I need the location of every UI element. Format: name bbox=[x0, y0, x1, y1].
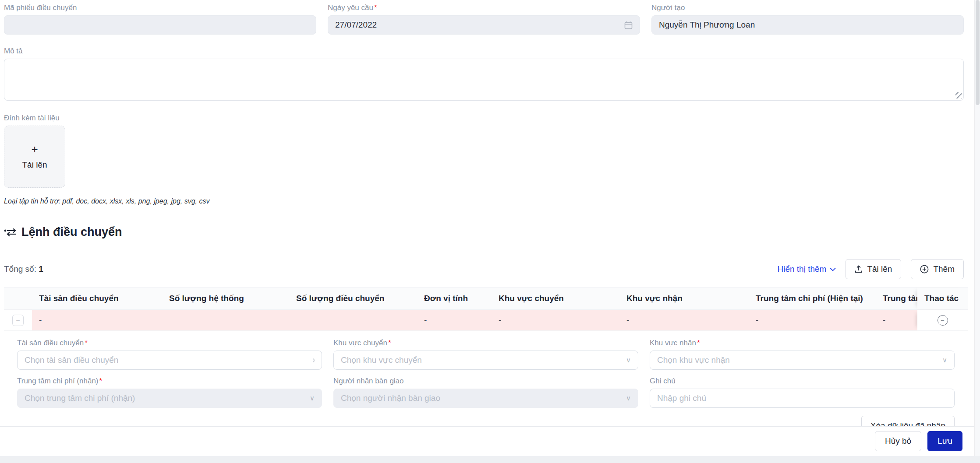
cell-system-qty bbox=[162, 310, 289, 330]
chevron-down-icon bbox=[830, 267, 836, 271]
asset-select[interactable]: Chọn tài sản điều chuyển bbox=[17, 351, 322, 370]
transfer-code-label: Mã phiếu điều chuyển bbox=[4, 4, 316, 12]
receiver-label: Người nhận bàn giao bbox=[333, 377, 638, 386]
transfer-order-form-page: Mã phiếu điều chuyển Ngày yêu cầu* 27/07… bbox=[0, 0, 980, 463]
upload-icon bbox=[855, 265, 863, 273]
creator-value: Nguyễn Thị Phương Loan bbox=[659, 20, 755, 30]
request-date-input[interactable]: 27/07/2022 bbox=[328, 15, 640, 35]
col-header-actions: Thao tác bbox=[917, 288, 968, 309]
top-field-row: Mã phiếu điều chuyển Ngày yêu cầu* 27/07… bbox=[4, 4, 964, 35]
total-label: Tổng số: bbox=[4, 264, 36, 274]
detail-field-note: Ghi chú bbox=[650, 377, 955, 408]
to-area-select[interactable]: Chọn khu vực nhận ∨ bbox=[650, 351, 955, 370]
request-date-label: Ngày yêu cầu bbox=[328, 4, 373, 12]
upload-button-label: Tải lên bbox=[867, 264, 892, 274]
cell-transfer-qty bbox=[289, 310, 417, 330]
to-area-label: Khu vực nhận bbox=[650, 339, 696, 347]
col-header-transfer-qty: Số lượng điều chuyển bbox=[289, 288, 417, 309]
page-bottom-strip bbox=[0, 456, 980, 463]
expand-cell: − bbox=[4, 310, 32, 330]
cell-current-cost-center: - bbox=[749, 310, 876, 330]
loading-icon bbox=[309, 358, 315, 363]
asset-label: Tài sản điều chuyển bbox=[17, 339, 84, 347]
receiver-select-placeholder: Chọn người nhận bàn giao bbox=[341, 393, 440, 403]
cell-actions: − bbox=[917, 310, 968, 330]
calendar-icon bbox=[624, 21, 633, 29]
receiving-cost-center-select: Chọn trung tâm chi phí (nhận) ∨ bbox=[17, 389, 322, 408]
detail-field-receiving-cost-center: Trung tâm chi phí (nhận)* Chọn trung tâm… bbox=[17, 377, 322, 408]
section-header: Lệnh điều chuyển bbox=[4, 225, 964, 239]
field-creator: Người tạo Nguyễn Thị Phương Loan bbox=[651, 4, 964, 35]
description-label: Mô tả bbox=[4, 47, 964, 56]
upload-button[interactable]: Tải lên bbox=[846, 259, 901, 279]
from-area-select-placeholder: Chọn khu vực chuyển bbox=[341, 355, 422, 365]
receiving-cost-center-placeholder: Chọn trung tâm chi phí (nhận) bbox=[25, 393, 135, 403]
field-attachments: Đính kèm tài liệu + Tải lên Loại tập tin… bbox=[4, 114, 964, 205]
transfer-code-input[interactable] bbox=[4, 15, 316, 35]
col-header-asset: Tài sản điều chuyển bbox=[32, 288, 162, 309]
show-more-label: Hiển thị thêm bbox=[777, 264, 826, 274]
detail-field-asset: Tài sản điều chuyển* Chọn tài sản điều c… bbox=[17, 339, 322, 370]
vertical-scrollbar-thumb[interactable] bbox=[976, 0, 980, 105]
to-area-select-placeholder: Chọn khu vực nhận bbox=[657, 355, 730, 365]
attachments-label: Đính kèm tài liệu bbox=[4, 114, 964, 123]
col-header-from-area: Khu vực chuyển bbox=[492, 288, 619, 309]
table-toolbar: Tổng số: 1 Hiển thị thêm Tải lên bbox=[4, 259, 964, 279]
cell-to-area: - bbox=[619, 310, 749, 330]
show-more-link[interactable]: Hiển thị thêm bbox=[777, 264, 836, 274]
chevron-down-icon: ∨ bbox=[626, 356, 631, 364]
plus-icon: + bbox=[31, 144, 38, 155]
creator-input: Nguyễn Thị Phương Loan bbox=[651, 15, 964, 35]
asset-select-placeholder: Chọn tài sản điều chuyển bbox=[25, 355, 118, 365]
detail-field-to-area: Khu vực nhận* Chọn khu vực nhận ∨ bbox=[650, 339, 955, 370]
collapse-row-button[interactable]: − bbox=[12, 315, 24, 326]
cell-unit: - bbox=[417, 310, 492, 330]
field-description: Mô tả bbox=[4, 47, 964, 101]
note-input[interactable] bbox=[650, 389, 955, 408]
col-header-to-area: Khu vực nhận bbox=[619, 288, 749, 309]
note-label: Ghi chú bbox=[650, 377, 955, 386]
receiving-cost-center-label: Trung tâm chi phí (nhận) bbox=[17, 377, 99, 385]
detail-field-from-area: Khu vực chuyển* Chọn khu vực chuyển ∨ bbox=[333, 339, 638, 370]
required-asterisk: * bbox=[697, 339, 700, 347]
col-header-current-cost-center: Trung tâm chi phí (Hiện tại) bbox=[749, 288, 876, 309]
required-asterisk: * bbox=[99, 377, 103, 385]
transfer-icon bbox=[4, 227, 17, 238]
upload-dropzone-label: Tải lên bbox=[22, 160, 47, 170]
required-asterisk: * bbox=[85, 339, 88, 347]
cancel-button[interactable]: Hủy bỏ bbox=[875, 431, 921, 451]
from-area-select[interactable]: Chọn khu vực chuyển ∨ bbox=[333, 351, 638, 370]
section-title: Lệnh điều chuyển bbox=[21, 225, 122, 239]
creator-label: Người tạo bbox=[651, 4, 964, 12]
detail-field-receiver: Người nhận bàn giao Chọn người nhận bàn … bbox=[333, 377, 638, 408]
cancel-button-label: Hủy bỏ bbox=[885, 436, 911, 446]
col-header-receiving-cost-center: Trung tâm chi phí (nhận) bbox=[876, 288, 917, 309]
description-textarea[interactable] bbox=[4, 59, 964, 101]
table-header-row: Tài sản điều chuyển Số lượng hệ thống Số… bbox=[4, 287, 968, 310]
cell-receiving-cost-center: - bbox=[876, 310, 917, 330]
form-footer: Hủy bỏ Lưu bbox=[0, 426, 974, 455]
col-header-system-qty: Số lượng hệ thống bbox=[162, 288, 289, 309]
table-row: − - - - - - - − bbox=[4, 310, 968, 331]
from-area-label: Khu vực chuyển bbox=[333, 339, 387, 347]
save-button[interactable]: Lưu bbox=[927, 431, 962, 451]
field-transfer-code: Mã phiếu điều chuyển bbox=[4, 4, 316, 35]
remove-row-icon[interactable]: − bbox=[938, 315, 948, 326]
col-header-unit: Đơn vị tính bbox=[417, 288, 492, 309]
chevron-down-icon: ∨ bbox=[942, 356, 947, 364]
resize-handle[interactable] bbox=[955, 92, 962, 98]
required-asterisk: * bbox=[388, 339, 391, 347]
total-count: Tổng số: 1 bbox=[4, 264, 43, 274]
save-button-label: Lưu bbox=[938, 436, 952, 446]
cell-from-area: - bbox=[492, 310, 619, 330]
cell-asset: - bbox=[32, 310, 162, 330]
chevron-down-icon: ∨ bbox=[310, 394, 315, 402]
total-value: 1 bbox=[39, 264, 43, 274]
add-button[interactable]: Thêm bbox=[911, 259, 964, 279]
plus-circle-icon bbox=[920, 265, 929, 274]
upload-dropzone[interactable]: + Tải lên bbox=[4, 126, 65, 188]
field-request-date: Ngày yêu cầu* 27/07/2022 bbox=[328, 4, 640, 35]
add-button-label: Thêm bbox=[933, 264, 955, 274]
chevron-down-icon: ∨ bbox=[626, 394, 631, 402]
vertical-scrollbar[interactable] bbox=[974, 0, 980, 456]
